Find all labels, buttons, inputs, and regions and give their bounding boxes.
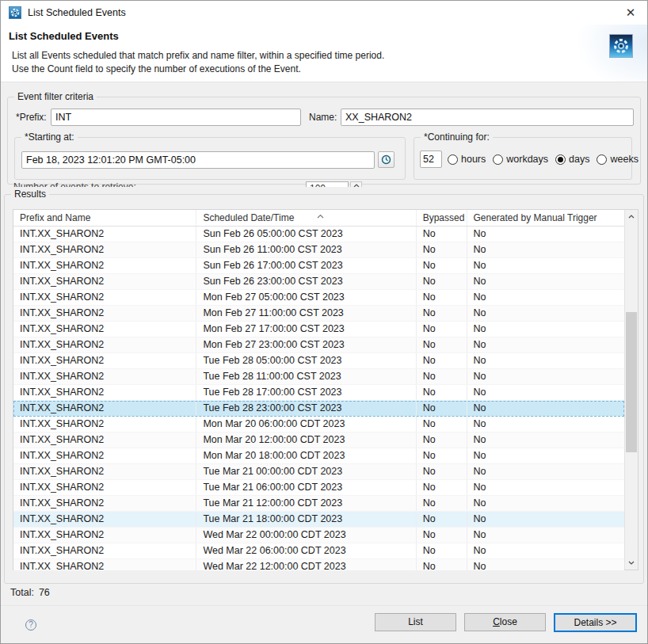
cell-datetime: Wed Mar 22 00:00:00 CDT 2023 — [196, 528, 416, 543]
cell-bypassed: No — [417, 227, 467, 242]
scheduled-events-icon — [609, 34, 633, 58]
table-row[interactable]: INT.XX_SHARON2Tue Mar 21 06:00:00 CDT 20… — [13, 480, 624, 496]
radio-label: workdays — [506, 154, 548, 165]
radio-workdays[interactable]: workdays — [493, 154, 548, 165]
radio-circle-icon — [493, 154, 503, 165]
help-icon[interactable]: ? — [25, 619, 36, 631]
cell-bypassed: No — [417, 464, 467, 479]
table-row[interactable]: INT.XX_SHARON2Mon Feb 27 23:00:00 CST 20… — [13, 337, 624, 353]
table-row[interactable]: INT.XX_SHARON2Sun Feb 26 23:00:00 CST 20… — [13, 274, 624, 290]
details-button[interactable]: Details >> — [554, 613, 637, 632]
cell-manual: No — [467, 496, 624, 511]
cell-name: INT.XX_SHARON2 — [13, 448, 196, 463]
cell-bypassed: No — [417, 417, 467, 432]
cell-datetime: Wed Mar 22 06:00:00 CDT 2023 — [196, 543, 416, 558]
radio-circle-icon — [448, 154, 458, 165]
cell-name: INT.XX_SHARON2 — [13, 258, 196, 273]
column-header-scheduled-datetime[interactable]: Scheduled Date/Time — [196, 210, 416, 226]
cell-manual: No — [467, 401, 624, 416]
cell-name: INT.XX_SHARON2 — [13, 496, 196, 511]
radio-label: hours — [461, 154, 486, 165]
total-row: Total:76 — [10, 587, 50, 598]
table-row[interactable]: INT.XX_SHARON2Tue Mar 21 18:00:00 CDT 20… — [13, 512, 624, 528]
cell-name: INT.XX_SHARON2 — [13, 353, 196, 368]
cell-bypassed: No — [417, 369, 467, 384]
button-row: List Close Details >> — [375, 613, 637, 632]
cell-manual: No — [467, 242, 624, 257]
cell-datetime: Tue Mar 21 00:00:00 CDT 2023 — [196, 464, 416, 479]
table-row[interactable]: INT.XX_SHARON2Tue Feb 28 23:00:00 CST 20… — [13, 401, 624, 417]
close-icon[interactable]: ✕ — [619, 2, 642, 23]
spinner-up-icon[interactable] — [350, 181, 362, 187]
starting-at-input[interactable] — [21, 151, 375, 169]
radio-label: days — [569, 154, 589, 165]
radio-days[interactable]: days — [555, 154, 589, 165]
table-row[interactable]: INT.XX_SHARON2Wed Mar 22 00:00:00 CDT 20… — [13, 528, 624, 543]
number-of-events-spinner[interactable]: 100 — [306, 181, 349, 187]
column-header-prefix-and-name[interactable]: Prefix and Name — [13, 210, 196, 226]
event-filter-group: Event filter criteria *Prefix: Name: *St… — [7, 97, 641, 185]
window-title: List Scheduled Events — [28, 1, 126, 25]
prefix-input[interactable] — [51, 109, 301, 126]
name-input[interactable] — [341, 109, 634, 126]
table-row[interactable]: INT.XX_SHARON2Wed Mar 22 12:00:00 CDT 20… — [13, 559, 624, 570]
table-row[interactable]: INT.XX_SHARON2Tue Mar 21 12:00:00 CDT 20… — [13, 496, 624, 512]
table-row[interactable]: INT.XX_SHARON2Mon Mar 20 18:00:00 CDT 20… — [13, 448, 624, 464]
cell-bypassed: No — [417, 433, 467, 448]
cell-manual: No — [467, 543, 624, 558]
title-bar: List Scheduled Events ✕ — [1, 1, 647, 25]
scrollbar-thumb[interactable] — [626, 312, 637, 452]
list-button[interactable]: List — [375, 613, 456, 631]
continuing-for-count-input[interactable] — [420, 151, 442, 168]
scroll-up-icon[interactable] — [625, 210, 638, 223]
footer-separator — [1, 605, 647, 606]
radio-circle-icon — [597, 154, 607, 165]
scroll-down-icon[interactable] — [625, 556, 638, 570]
date-time-picker-button[interactable] — [378, 151, 395, 168]
cell-bypassed: No — [417, 242, 467, 257]
table-row[interactable]: INT.XX_SHARON2Tue Feb 28 11:00:00 CST 20… — [13, 369, 624, 385]
continuing-units: hoursworkdaysdaysweeks — [448, 151, 628, 168]
cell-bypassed: No — [417, 322, 467, 337]
cell-datetime: Mon Mar 20 18:00:00 CDT 2023 — [196, 448, 416, 463]
cell-bypassed: No — [417, 448, 467, 463]
table-row[interactable]: INT.XX_SHARON2Mon Feb 27 17:00:00 CST 20… — [13, 322, 624, 337]
cell-manual: No — [467, 433, 624, 448]
description-line-1: List all Events scheduled that match pre… — [12, 50, 384, 61]
table-row[interactable]: INT.XX_SHARON2Mon Feb 27 05:00:00 CST 20… — [13, 290, 624, 306]
results-group-label: Results — [11, 189, 49, 200]
cell-name: INT.XX_SHARON2 — [13, 480, 196, 495]
radio-hours[interactable]: hours — [448, 154, 486, 165]
starting-at-group: *Starting at: — [14, 137, 406, 180]
cell-datetime: Tue Mar 21 06:00:00 CDT 2023 — [196, 480, 416, 495]
table-row[interactable]: INT.XX_SHARON2Sun Feb 26 05:00:00 CST 20… — [13, 227, 624, 242]
cell-manual: No — [467, 559, 624, 570]
table-row[interactable]: INT.XX_SHARON2Tue Feb 28 05:00:00 CST 20… — [13, 353, 624, 369]
cell-datetime: Sun Feb 26 11:00:00 CST 2023 — [196, 242, 416, 257]
column-header-bypassed[interactable]: Bypassed — [417, 210, 467, 226]
close-button[interactable]: Close — [464, 613, 546, 631]
radio-weeks[interactable]: weeks — [597, 154, 638, 165]
vertical-scrollbar[interactable] — [624, 210, 638, 570]
cell-bypassed: No — [417, 306, 467, 321]
results-table-body: INT.XX_SHARON2Sun Feb 26 05:00:00 CST 20… — [13, 227, 624, 570]
table-row[interactable]: INT.XX_SHARON2Tue Feb 28 17:00:00 CST 20… — [13, 385, 624, 401]
cell-name: INT.XX_SHARON2 — [13, 385, 196, 400]
cell-name: INT.XX_SHARON2 — [13, 337, 196, 352]
cell-manual: No — [467, 512, 624, 527]
table-row[interactable]: INT.XX_SHARON2Sun Feb 26 11:00:00 CST 20… — [13, 242, 624, 258]
table-row[interactable]: INT.XX_SHARON2Tue Mar 21 00:00:00 CDT 20… — [13, 464, 624, 480]
table-row[interactable]: INT.XX_SHARON2Mon Feb 27 11:00:00 CST 20… — [13, 306, 624, 322]
table-row[interactable]: INT.XX_SHARON2Wed Mar 22 06:00:00 CDT 20… — [13, 543, 624, 559]
cell-name: INT.XX_SHARON2 — [13, 559, 196, 570]
column-header-generated-by-manual-trigger[interactable]: Generated by Manual Trigger — [467, 210, 624, 226]
cell-name: INT.XX_SHARON2 — [13, 306, 196, 321]
cell-name: INT.XX_SHARON2 — [13, 512, 196, 527]
cell-manual: No — [467, 528, 624, 543]
table-row[interactable]: INT.XX_SHARON2Mon Mar 20 06:00:00 CDT 20… — [13, 417, 624, 433]
number-of-events-label: Number of events to retrieve: — [13, 181, 136, 187]
cell-datetime: Mon Feb 27 05:00:00 CST 2023 — [196, 290, 416, 305]
dialog-header: List Scheduled Events List all Events sc… — [1, 25, 647, 82]
table-row[interactable]: INT.XX_SHARON2Sun Feb 26 17:00:00 CST 20… — [13, 258, 624, 274]
table-row[interactable]: INT.XX_SHARON2Mon Mar 20 12:00:00 CDT 20… — [13, 433, 624, 448]
